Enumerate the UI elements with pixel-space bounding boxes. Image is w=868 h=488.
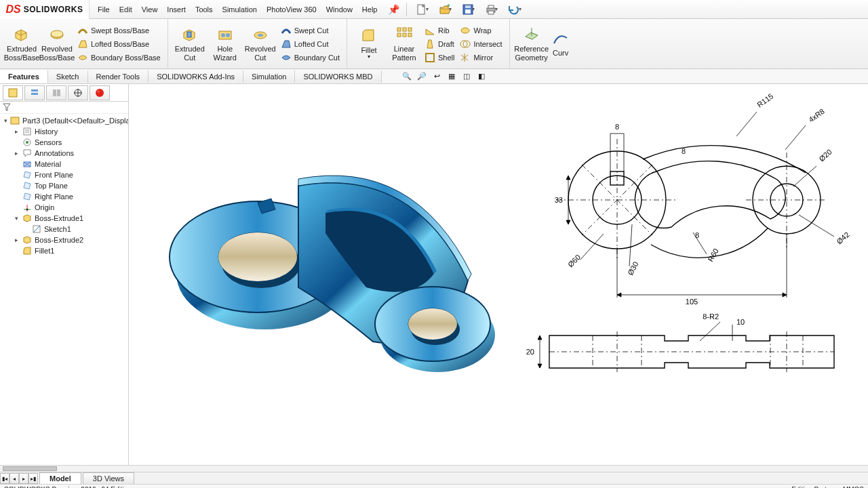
twist-icon[interactable]: ▾ [14,215,20,222]
tree-item-boss-extrude2[interactable]: ▸Boss-Extrude2 [0,235,128,245]
extrude-cut-icon [181,26,199,43]
tab-simulation[interactable]: Simulation [243,70,295,83]
section-view-icon[interactable]: ▦ [445,70,458,82]
view-tab-3dviews[interactable]: 3D Views [83,472,134,484]
menu-insert[interactable]: Insert [163,3,190,16]
zoom-area-icon[interactable]: 🔎 [415,70,429,82]
rib-button[interactable]: Rib [422,24,457,37]
display-style-icon[interactable]: ◧ [475,70,488,82]
pin-menu-icon[interactable]: 📌 [381,4,406,15]
menu-simulation[interactable]: Simulation [218,3,261,16]
menu-help[interactable]: Help [358,3,382,16]
tree-item-sensors[interactable]: Sensors [0,137,128,148]
tab-nav-arrows[interactable]: ▮◂◂▸▸▮ [0,473,38,484]
view-tab-model[interactable]: Model [39,472,81,484]
prev-view-icon[interactable]: ↩ [430,70,443,82]
fm-tab-appearance[interactable] [90,85,110,100]
linear-pattern-button[interactable]: Linear Pattern [387,20,422,67]
twist-icon[interactable]: ▸ [14,237,20,243]
tab-render-tools[interactable]: Render Tools [88,70,149,83]
boundary-boss-button[interactable]: Boundary Boss/Base [75,51,163,64]
tab-addins[interactable]: SOLIDWORKS Add-Ins [149,70,243,83]
fm-tab-tree[interactable] [3,85,23,100]
swept-cut-button[interactable]: Swept Cut [278,24,342,37]
lofted-boss-button[interactable]: Lofted Boss/Base [75,37,163,51]
tree-item-top-plane[interactable]: Top Plane [0,180,128,191]
twist-icon[interactable]: ▸ [14,150,20,157]
menu-file[interactable]: File [94,3,114,16]
tab-mbd[interactable]: SOLIDWORKS MBD [295,70,381,83]
sensors-icon [22,138,32,147]
fillet-button[interactable]: Fillet ▾ [351,20,387,67]
extruded-boss-button[interactable]: Extruded Boss/Base [4,20,39,67]
ribbon-group-pattern: Fillet ▾ Linear Pattern Rib Draft Shell … [347,19,510,68]
tree-item-history[interactable]: ▸History [0,126,128,137]
svg-rect-2 [465,9,471,14]
view-orientation-icon[interactable]: ◫ [460,70,473,82]
svg-rect-28 [31,93,38,95]
menu-edit[interactable]: Edit [115,3,136,16]
ribbon-group-cut: Extruded Cut Hole Wizard Revolved Cut Sw… [168,19,347,68]
svg-rect-27 [31,89,38,92]
menu-window[interactable]: Window [322,3,357,16]
svg-rect-3 [465,5,471,8]
mirror-button[interactable]: Mirror [457,51,505,64]
hscrollbar[interactable] [0,465,868,472]
tree-item-right-plane[interactable]: Right Plane [0,191,128,202]
model-render [129,84,509,450]
undo-button[interactable]: ▾ [503,2,525,17]
menu-view[interactable]: View [138,3,162,16]
svg-line-91 [700,322,720,341]
tree-item-front-plane[interactable]: Front Plane [0,169,128,180]
label: Lofted Boss/Base [91,40,149,48]
tree-item-sketch1[interactable]: Sketch1 [0,224,128,235]
reference-geometry-button[interactable]: Reference Geometry [514,20,549,67]
ref-geom-icon [523,26,540,43]
dim-r60: R60 [706,247,719,263]
label: Extruded [7,45,37,53]
twist-icon[interactable]: ▸ [14,128,20,135]
svg-rect-26 [9,89,17,97]
label: Material [35,160,61,168]
label: Pattern [392,54,416,62]
logo-text: SOLIDWORKS [24,5,83,14]
lofted-cut-button[interactable]: Lofted Cut [278,37,342,51]
tree-item-fillet1[interactable]: Fillet1 [0,245,128,256]
tree-filter[interactable] [0,102,128,114]
tree-item-annotations[interactable]: ▸Annotations [0,148,128,159]
svg-rect-5 [488,5,494,8]
svg-rect-29 [53,89,56,96]
revolved-cut-button[interactable]: Revolved Cut [243,20,278,67]
fm-tab-config[interactable] [46,85,66,100]
tree-item-boss-extrude1[interactable]: ▾Boss-Extrude1 [0,213,128,224]
intersect-button[interactable]: Intersect [457,37,505,51]
save-button[interactable]: ▾ [457,2,479,17]
draft-button[interactable]: Draft [422,37,457,51]
hole-wizard-button[interactable]: Hole Wizard [208,20,243,67]
open-file-button[interactable]: ▾ [434,2,456,17]
tab-sketch[interactable]: Sketch [48,70,88,83]
curves-button[interactable]: Curv [549,20,572,67]
menu-tools[interactable]: Tools [191,3,217,16]
tree-root[interactable]: ▾ Part3 (Default<<Default>_Displa [0,115,128,126]
label: Curv [553,49,568,57]
material-icon [22,159,32,169]
tab-features[interactable]: Features [0,70,48,83]
tree-item-origin[interactable]: Origin [0,202,128,213]
fm-tab-property[interactable] [24,85,45,100]
wrap-button[interactable]: Wrap [457,24,505,37]
fm-tab-dim[interactable] [68,85,88,100]
tree-item-material-not-specified-[interactable]: Material [0,159,128,169]
revolved-boss-button[interactable]: Revolved Boss/Base [39,20,75,67]
swept-boss-button[interactable]: Swept Boss/Base [75,24,163,37]
extrude-feat-icon [22,235,32,245]
shell-button[interactable]: Shell [422,51,457,64]
boundary-cut-button[interactable]: Boundary Cut [278,51,342,64]
zoom-fit-icon[interactable]: 🔍 [400,70,414,82]
new-file-button[interactable]: ▾ [411,2,433,17]
graphics-viewport[interactable]: 105 33 8 Ø60 Ø30 Ø20 Ø42 R60 R115 4xR8 8… [129,84,868,465]
extruded-cut-button[interactable]: Extruded Cut [172,20,208,67]
sweep-icon [77,25,88,36]
menu-photoview360[interactable]: PhotoView 360 [262,3,321,16]
print-button[interactable]: ▾ [480,2,502,17]
